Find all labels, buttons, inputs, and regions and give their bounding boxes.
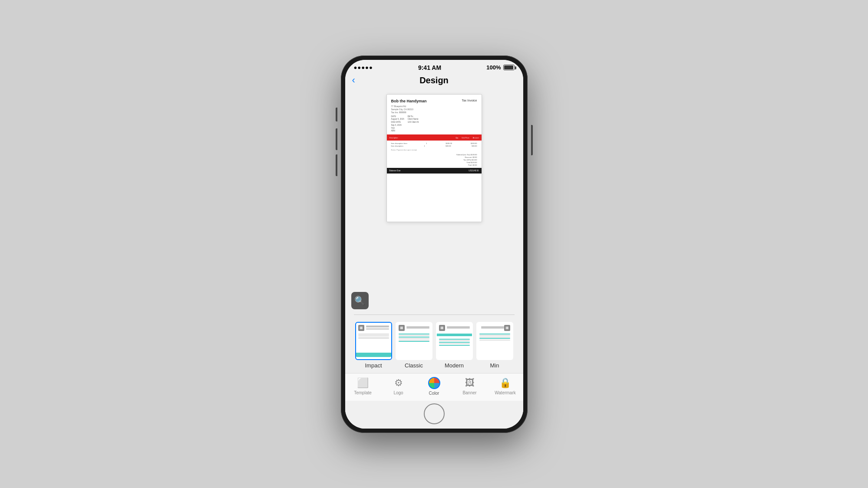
template-thumb-modern: ▦	[436, 322, 473, 360]
invoice-preview-area: Bob the Handyman Tax Invoice 77 Blueprin…	[345, 90, 523, 314]
invoice-col-amount: Amount	[473, 137, 479, 139]
tab-watermark[interactable]: 🔒 Watermark	[488, 377, 523, 395]
thumb-classic-row-1	[399, 334, 429, 334]
volume-up-button[interactable]	[336, 128, 337, 150]
invoice-item-1: Item description here1$100.00$100.00	[391, 142, 477, 144]
thumb-classic-lines	[406, 325, 429, 331]
banner-icon: 🖼	[465, 377, 475, 389]
clock: 9:41 AM	[418, 64, 441, 71]
thumb-min-rows	[479, 334, 510, 341]
thumb-line-2	[366, 328, 389, 328]
logo-icon: ⚙	[394, 377, 403, 389]
color-wheel-icon	[428, 377, 440, 389]
tab-logo[interactable]: ⚙ Logo	[381, 377, 416, 395]
zoom-button[interactable]: 🔍	[351, 292, 369, 309]
page-title: Design	[419, 75, 449, 85]
company-name: Bob the Handyman	[391, 99, 427, 103]
template-label-min: Min	[490, 362, 499, 369]
status-bar: ●●●●● 9:41 AM 100%	[345, 60, 523, 73]
thumb-min-row-1	[479, 334, 510, 334]
navigation-bar: ‹ Design	[345, 73, 523, 90]
template-icon: ⬜	[357, 377, 369, 389]
volume-down-button[interactable]	[336, 154, 337, 176]
invoice-col-desc: Description	[389, 137, 398, 139]
invoice-title: Tax Invoice	[462, 99, 477, 102]
mute-button[interactable]	[336, 108, 337, 121]
template-label-classic: Classic	[405, 362, 423, 369]
thumb-min-line-1	[481, 327, 504, 328]
signal-indicator: ●●●●●	[354, 64, 373, 71]
template-thumb-min: ▦	[476, 322, 513, 360]
battery-percent: 100%	[486, 64, 501, 71]
invoice-info: DATE August 5, 2015 DUE DATE Sep 4, 2015…	[391, 115, 477, 133]
thumb-modern-teal-bar	[437, 334, 472, 336]
thumb-classic-line-2	[406, 328, 429, 329]
thumb-line-3	[366, 329, 389, 330]
thumb-modern-row-1	[439, 339, 470, 340]
template-item-min[interactable]: ▦ Min	[476, 322, 513, 369]
thumb-classic-icon: ▦	[399, 325, 405, 331]
invoice-bill-col: Bill To: Client Name 123 Client St	[408, 115, 419, 133]
thumb-classic-row-5	[399, 340, 429, 341]
thumb-impact-header: ▦	[358, 325, 389, 331]
thumb-classic-row-6	[399, 341, 429, 342]
template-item-modern[interactable]: ▦	[436, 322, 473, 369]
template-grid: ▦	[350, 322, 519, 369]
thumb-row-4	[358, 338, 389, 339]
template-label-modern: Modern	[445, 362, 464, 369]
tab-template[interactable]: ⬜ Template	[345, 377, 381, 395]
tax-row: Tax (10%) $13.00	[391, 159, 477, 161]
total-row: Total $143.00	[391, 161, 477, 164]
thumb-impact-lines	[366, 325, 389, 331]
template-thumb-impact: ▦	[355, 322, 392, 360]
tab-template-label: Template	[354, 390, 372, 395]
thumb-row-3	[358, 337, 389, 337]
thumb-modern-lines	[447, 325, 470, 331]
balance-bar: Balance Due USD148.50	[387, 168, 482, 174]
invoice-notes: Notes: Payment due upon receipt	[391, 149, 477, 151]
balance-label: Balance Due	[389, 170, 401, 172]
invoice-col-price: Unit Price	[462, 137, 469, 139]
thumb-min-row-3	[479, 337, 510, 337]
thumb-classic-rows	[399, 334, 429, 342]
tab-banner[interactable]: 🖼 Banner	[452, 377, 488, 395]
invoice-totals: Subtotal (exc Tax) $130.00 Discount -$0.…	[391, 154, 477, 166]
tab-color[interactable]: Color	[416, 377, 452, 396]
main-content: Bob the Handyman Tax Invoice 77 Blueprin…	[345, 90, 523, 429]
template-thumb-classic: ▦	[396, 322, 432, 360]
thumb-min-row-5	[479, 340, 510, 341]
thumb-impact-icon: ▦	[358, 325, 364, 331]
power-button[interactable]	[531, 125, 533, 155]
invoice-date-col: DATE August 5, 2015 DUE DATE Sep 4, 2015…	[391, 115, 404, 133]
invoice-address: 77 Blueprint RdSample City, CA 90210Tax …	[391, 105, 477, 114]
thumb-impact-accent	[358, 351, 389, 357]
tab-logo-label: Logo	[393, 390, 403, 395]
thumb-modern-rows	[439, 339, 470, 346]
home-area	[345, 401, 523, 429]
home-button[interactable]	[424, 403, 445, 424]
thumb-classic-header: ▦	[399, 325, 429, 331]
invoice-header: Bob the Handyman Tax Invoice	[391, 99, 477, 103]
thumb-min-header: ▦	[479, 325, 510, 331]
thumb-min-lines	[481, 325, 504, 331]
paid-row: Paid -$0.00	[391, 164, 477, 166]
thumb-modern-row-2	[439, 340, 470, 341]
battery-icon	[503, 65, 515, 70]
template-label-impact: Impact	[365, 362, 382, 369]
back-button[interactable]: ‹	[352, 75, 355, 86]
template-item-impact[interactable]: ▦	[355, 322, 392, 369]
template-item-classic[interactable]: ▦	[396, 322, 432, 369]
phone-screen: ●●●●● 9:41 AM 100% ‹ Design Bob the Hand…	[345, 60, 523, 429]
tab-banner-label: Banner	[462, 390, 476, 395]
invoice-item-2: Item description1$30.00$30.00	[391, 145, 477, 147]
tab-watermark-label: Watermark	[495, 390, 516, 395]
thumb-modern-row-5	[439, 345, 470, 346]
tab-bar: ⬜ Template ⚙ Logo Color 🖼 Banner 🔒	[345, 373, 523, 401]
thumb-min-line-2	[481, 328, 504, 329]
thumb-min-icon: ▦	[504, 325, 510, 331]
zoom-icon: 🔍	[354, 295, 365, 306]
thumb-modern-line-2	[447, 328, 470, 329]
thumb-row-1	[358, 334, 389, 334]
invoice-col-qty: Qty	[455, 137, 458, 139]
thumb-modern-icon: ▦	[439, 325, 445, 331]
